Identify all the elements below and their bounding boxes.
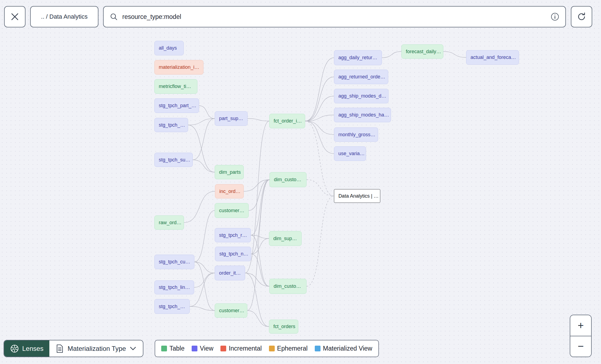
edge-fct_order_i-to-agg_returned_orde [305,77,334,121]
edge-stg_tpch_cu-to-order_it [194,262,215,273]
breadcrumb-label: .. / Data Analytics [41,13,88,20]
edge-fct_order_i-to-agg_ship_modes_ha [305,115,334,121]
lineage-canvas[interactable]: all_daysmaterialization_i…metricflow_ti…… [0,0,601,364]
legend: TableViewIncrementalEphemeralMaterialize… [155,340,379,357]
edge-inc_ord-to-dim_custo_a [244,180,270,192]
edge-forecast_daily-to-actual_and_foreca [443,52,466,58]
node-agg_daily_retur[interactable]: agg_daily_retur… [334,50,382,65]
node-metricflow_ti[interactable]: metricflow_ti… [154,79,197,94]
zoom-controls: + − [570,315,592,357]
edge-customer_b-to-fct_orders [247,311,269,327]
lens-selector-label: Materialization Type [67,345,126,352]
edge-fct_order_i-to-use_varia [305,121,334,154]
node-dim_parts[interactable]: dim_parts [215,165,244,179]
legend-item-incremental: Incremental [220,345,262,352]
edge-customer_b-to-dim_custo_a [247,180,270,311]
node-agg_ship_modes_d[interactable]: agg_ship_modes_d… [334,89,389,103]
legend-label: Table [169,345,185,352]
node-stg_tpch_n[interactable]: stg_tpch_n… [215,247,251,261]
refresh-icon [577,12,586,22]
node-stg_tpch_lin[interactable]: stg_tpch_lin… [154,280,194,294]
edge-order_it-to-dim_custo_b [245,273,269,286]
edge-agg_daily_retur-to-forecast_daily [382,52,401,58]
node-raw_ord[interactable]: raw_ord… [154,215,184,230]
legend-label: Incremental [229,345,262,352]
legend-item-view: View [192,345,213,352]
node-stg_tpch_part[interactable]: stg_tpch_part_… [154,98,199,113]
node-order_it[interactable]: order_it… [215,266,245,280]
edge-stg_tpch_n-to-dim_custo_b [251,254,269,286]
node-stg_tpch_b[interactable]: stg_tpch_… [154,299,190,314]
chevron-down-icon [130,346,136,351]
node-exposure[interactable]: Data Analytics | … [334,189,380,203]
breadcrumb[interactable]: .. / Data Analytics [30,6,98,27]
edge-stg_tpch_r-to-dim_custo_a [251,180,270,235]
node-forecast_daily[interactable]: forecast_daily… [401,44,443,59]
node-part_sup[interactable]: part_sup… [215,111,248,126]
node-fct_order_i[interactable]: fct_order_i… [269,114,305,128]
edge-order_it-to-fct_orders [245,273,269,327]
legend-label: Ephemeral [277,345,308,352]
aperture-icon [10,344,19,353]
legend-item-ephemeral: Ephemeral [269,345,308,352]
node-inc_ord[interactable]: inc_ord… [215,184,244,198]
edge-fct_order_i-to-agg_daily_retur [305,58,334,121]
node-agg_ship_modes_ha[interactable]: agg_ship_modes_ha… [334,108,391,122]
legend-item-materialized-view: Materialized View [315,345,372,352]
zoom-in-button[interactable]: + [570,315,591,336]
lenses-button[interactable]: Lenses [4,340,49,357]
zoom-out-button[interactable]: − [570,336,591,357]
legend-swatch [161,346,167,351]
node-dim_custo_b[interactable]: dim_custo… [269,279,307,294]
edge-dim_custo_b-to-exposure [307,196,334,286]
info-icon[interactable] [551,12,559,21]
node-fct_orders[interactable]: fct_orders [269,320,298,334]
refresh-button[interactable] [571,6,592,27]
edge-stg_tpch_a-to-part_sup [188,119,215,125]
node-agg_returned_orde[interactable]: agg_returned_orde… [334,70,388,84]
node-stg_tpch_a[interactable]: stg_tpch_… [154,118,188,132]
node-use_varia[interactable]: use_varia… [334,146,366,161]
node-monthly_gross[interactable]: monthly_gross… [334,127,378,142]
legend-swatch [220,346,226,351]
edge-part_sup-to-fct_order_i [248,119,269,121]
node-stg_tpch_cu[interactable]: stg_tpch_cu… [154,255,194,269]
lenses-label: Lenses [22,345,43,352]
edge-stg_tpch_part-to-part_sup [199,106,215,119]
node-dim_sup[interactable]: dim_sup… [269,231,302,246]
node-stg_tpch_r[interactable]: stg_tpch_r… [215,228,251,242]
edge-customer_a-to-dim_custo_a [249,180,270,211]
edge-stg_tpch_r-to-dim_sup [251,235,269,238]
legend-swatch [192,346,197,351]
document-icon [56,344,64,353]
edge-fct_order_i-to-exposure [305,121,334,196]
edge-raw_ord-to-inc_ord [184,191,215,223]
node-dim_custo_a[interactable]: dim_custo… [270,172,307,187]
edge-stg_tpch_cu-to-customer_b [194,262,215,311]
edge-dim_custo_a-to-exposure [307,180,334,196]
node-customer_a[interactable]: customer… [215,203,249,218]
lenses-control: Lenses Materialization Type [4,340,143,357]
search-icon [110,13,118,21]
legend-label: View [200,345,213,352]
edge-stg_tpch_su-to-dim_parts [193,160,215,172]
search-bar[interactable] [103,6,566,27]
node-customer_b[interactable]: customer… [215,303,247,318]
legend-item-table: Table [161,345,185,352]
edge-stg_tpch_cu-to-customer_a [194,211,215,262]
legend-swatch [269,346,275,351]
edge-stg_tpch_su-to-part_sup [193,119,215,160]
legend-swatch [315,346,321,351]
node-actual_and_foreca[interactable]: actual_and_foreca… [466,50,519,65]
close-button[interactable] [4,6,25,27]
close-icon [11,13,19,21]
edge-fct_order_i-to-agg_ship_modes_d [305,96,334,121]
node-all_days[interactable]: all_days [154,41,184,55]
search-input[interactable] [122,13,551,21]
node-stg_tpch_su[interactable]: stg_tpch_su… [154,153,193,167]
node-materialization_i[interactable]: materialization_i… [154,60,203,75]
lens-selector-dropdown[interactable]: Materialization Type [49,340,143,357]
legend-label: Materialized View [323,345,372,352]
edge-fct_order_i-to-monthly_gross [305,121,334,135]
